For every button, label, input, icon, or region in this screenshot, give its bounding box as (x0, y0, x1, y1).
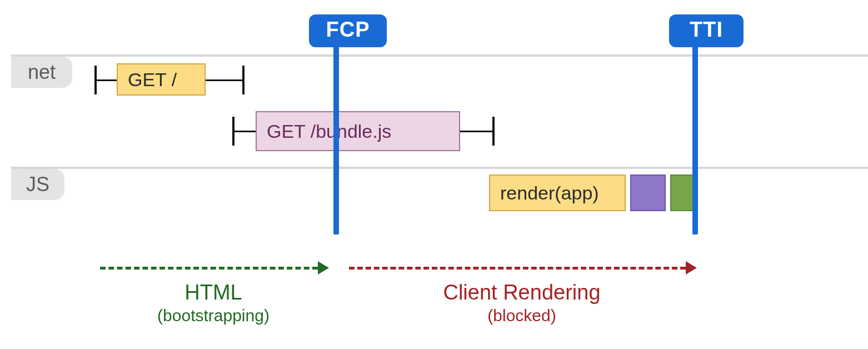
phase-html-arrow-head (318, 261, 329, 275)
fcp-badge: FCP (309, 14, 387, 47)
get-root-whisker-left (97, 79, 117, 81)
row-label-net: net (11, 57, 72, 88)
net-get-root-label: GET / (128, 69, 177, 91)
net-get-root-box: GET / (117, 63, 206, 96)
row-label-js-text: JS (26, 173, 49, 196)
tti-badge-label: TTI (690, 18, 723, 41)
get-bundle-whisker-left (235, 131, 256, 132)
net-get-bundle-box: GET /bundle.js (256, 111, 460, 151)
get-bundle-whisker-right (460, 131, 492, 132)
phase-client-title: Client Rendering (443, 281, 600, 304)
phase-html-sub: (bootstrapping) (100, 306, 327, 326)
row-label-net-text: net (28, 61, 56, 84)
js-render-box: render(app) (489, 174, 626, 211)
divider-js (11, 167, 868, 169)
js-render-label: render(app) (500, 182, 599, 204)
phase-html-label: HTML (bootstrapping) (100, 281, 327, 325)
tti-marker-line (692, 46, 698, 235)
get-root-whisker-end-cap (242, 66, 245, 94)
get-root-whisker-right (206, 79, 242, 81)
net-get-bundle-label: GET /bundle.js (267, 121, 391, 142)
timeline-diagram: FCP TTI net JS GET / GET /bundle.js rend… (0, 0, 868, 349)
phase-html-title: HTML (184, 281, 242, 304)
js-purple-box (630, 174, 666, 211)
phase-client-arrow-head (686, 261, 697, 275)
row-label-js: JS (11, 169, 64, 200)
tti-badge: TTI (669, 14, 744, 47)
phase-html-arrow (100, 267, 318, 270)
fcp-badge-label: FCP (326, 18, 370, 41)
phase-client-label: Client Rendering (blocked) (349, 281, 695, 325)
fcp-marker-line (333, 46, 339, 235)
phase-client-sub: (blocked) (349, 306, 695, 326)
phase-client-arrow (349, 267, 686, 270)
divider-net (11, 54, 868, 57)
get-bundle-whisker-end-cap (492, 117, 495, 146)
